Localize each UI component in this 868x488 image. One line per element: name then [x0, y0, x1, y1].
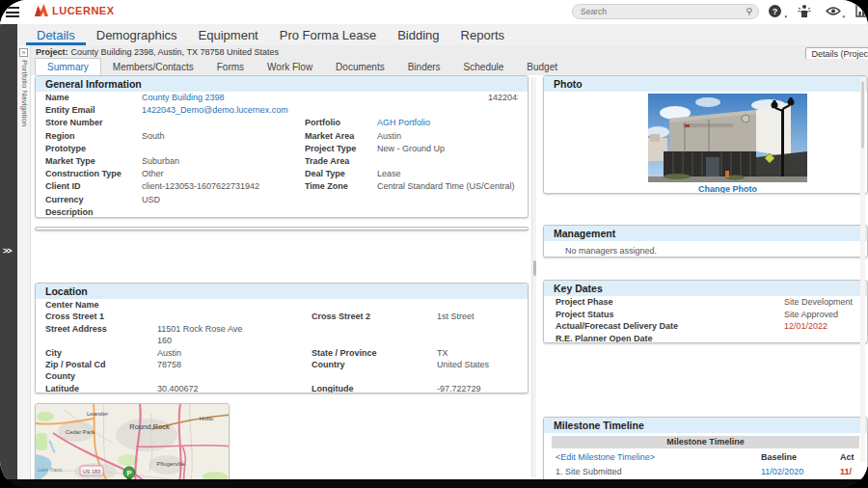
management-header: Management — [544, 226, 867, 241]
tab-demographics[interactable]: Demographics — [86, 26, 188, 45]
collapsed-sidebar-rail: >> — [0, 24, 17, 479]
subtab-summary[interactable]: Summary — [35, 58, 101, 75]
app-window: LUCERNEX ⚲ ? ▾ — [0, 0, 868, 479]
menu-icon[interactable] — [6, 7, 19, 17]
tab-details[interactable]: Details — [26, 26, 86, 45]
field-row: Cross Street 1 Cross Street 2 1st Street — [36, 311, 528, 322]
logo[interactable]: LUCERNEX — [35, 4, 115, 16]
field-row: Store Number Portfolio AGH Portfolio — [36, 117, 528, 129]
field-row: Project Phase Site Development — [544, 296, 867, 309]
milestone-baseline-date[interactable]: 11/02/2020 — [761, 465, 840, 479]
help-icon[interactable]: ? ▾ — [767, 3, 783, 19]
field-row: Name County Building 2398 1422043 — [36, 92, 528, 104]
field-row: Description — [36, 206, 528, 218]
tab-pro-forma-lease[interactable]: Pro Forma Lease — [269, 26, 387, 45]
field-row: Prototype Project Type New - Ground Up — [36, 143, 528, 155]
tab-bidding[interactable]: Bidding — [387, 26, 449, 45]
edit-milestone-timeline-link[interactable]: <Edit Milestone Timeline> — [556, 450, 761, 465]
tab-reports[interactable]: Reports — [450, 26, 516, 45]
building-photo — [648, 94, 807, 182]
left-column-scrollbar[interactable] — [531, 77, 536, 477]
subtab-work-flow[interactable]: Work Flow — [256, 59, 324, 75]
location-header: Location — [36, 284, 528, 299]
project-name-link[interactable]: County Building 2398 — [142, 92, 305, 104]
lucernex-logo-icon — [35, 4, 48, 16]
top-icons: ? ▾ ▾ — [767, 3, 868, 19]
field-row: Center Name — [36, 299, 528, 311]
subtab-forms[interactable]: Forms — [205, 59, 256, 75]
main-nav: Details Demographics Equipment Pro Forma… — [17, 24, 868, 45]
tab-equipment[interactable]: Equipment — [188, 26, 269, 45]
field-row: Region South Market Area Austin — [36, 130, 528, 143]
collapse-panel-icon[interactable]: » — [19, 48, 28, 57]
portfolio-link[interactable]: AGH Portfolio — [377, 117, 518, 129]
logo-text: LUCERNEX — [52, 5, 115, 16]
top-bar: LUCERNEX ⚲ ? ▾ — [0, 0, 868, 24]
subtab-binders[interactable]: Binders — [396, 59, 452, 75]
project-value: County Building 2398, Austin, TX 78758 U… — [71, 47, 279, 57]
project-number: 1422043 — [377, 92, 518, 104]
entity-email-link[interactable]: 1422043_Demo@demo.lucernex.com — [142, 104, 305, 117]
chart-icon[interactable] — [854, 3, 868, 19]
search-icon: ⚲ — [746, 8, 752, 16]
key-dates-card: Key Dates Project Phase Site Development… — [543, 280, 868, 343]
page-scrollbar[interactable] — [860, 77, 865, 463]
portfolio-navigation-rail[interactable]: » Portfolio Navigation — [17, 45, 31, 479]
portfolio-navigation-label: Portfolio Navigation — [20, 60, 29, 126]
expand-sidebar-button[interactable]: >> — [3, 246, 12, 256]
milestone-columns-row: <Edit Milestone Timeline> Baseline Act — [544, 450, 867, 465]
project-breadcrumb-bar: Project: County Building 2398, Austin, T… — [31, 45, 868, 59]
field-row: Client ID client-123053-1607622731942 Ti… — [36, 180, 528, 193]
subtab-budget[interactable]: Budget — [515, 59, 569, 75]
field-row: Entity Email 1422043_Demo@demo.lucernex.… — [36, 104, 528, 117]
key-dates-header: Key Dates — [544, 281, 867, 296]
view-eye-icon[interactable]: ▾ — [825, 3, 841, 19]
milestone-timeline-card: Milestone Timeline Milestone Timeline <E… — [543, 417, 868, 479]
management-empty-text: No managers assigned. — [544, 241, 867, 256]
field-row: 160 — [36, 335, 528, 346]
device-frame: LUCERNEX ⚲ ? ▾ — [0, 0, 868, 488]
delivery-date-value: 12/01/2022 — [784, 320, 855, 333]
project-label: Project: — [36, 47, 68, 57]
map-label-pflugerville: Pflugerville — [156, 461, 185, 467]
search-input[interactable] — [579, 6, 746, 17]
content-area: General Information Name County Building… — [31, 75, 868, 479]
management-card: Management No managers assigned. — [543, 225, 868, 258]
field-row: Street Address 11501 Rock Rose Ave — [36, 323, 528, 335]
field-row: Zip / Postal Cd 78758 Country United Sta… — [36, 359, 528, 370]
svg-text:P: P — [126, 469, 131, 477]
milestone-timeline-header: Milestone Timeline — [544, 418, 867, 433]
field-row: R.E. Planner Open Date — [544, 333, 867, 344]
sub-nav: Summary Members/Contacts Forms Work Flow… — [31, 59, 868, 75]
photo-card: Photo — [543, 75, 868, 194]
subtab-schedule[interactable]: Schedule — [452, 59, 516, 75]
field-row: Project Status Site Approved — [544, 309, 867, 321]
milestone-table-title: Milestone Timeline — [552, 436, 859, 448]
change-photo-link[interactable]: Change Photo — [648, 184, 807, 194]
general-information-card: General Information Name County Building… — [35, 75, 529, 218]
map-label-cedar-park: Cedar Park — [66, 429, 95, 435]
location-map[interactable]: US 183 Leander Cedar Park Round Rock Hut… — [35, 403, 230, 479]
milestone-row: 1. Site Submitted 11/02/2020 11/ — [544, 465, 867, 479]
subtab-documents[interactable]: Documents — [324, 59, 396, 75]
location-card: Location Center Name Cross Street 1 Cros… — [35, 283, 529, 393]
field-row: County — [36, 370, 528, 382]
svg-text:?: ? — [773, 7, 778, 16]
field-row: Currency USD — [36, 194, 528, 206]
map-label-hutto: Hutto — [200, 416, 214, 421]
search-box[interactable]: ⚲ — [572, 4, 759, 19]
subtab-members-contacts[interactable]: Members/Contacts — [101, 59, 205, 75]
photo-header: Photo — [544, 76, 867, 92]
map-highway-badge: US 183 — [83, 469, 100, 474]
collapsed-section-bar[interactable] — [35, 227, 529, 230]
field-row: Construction Type Other Deal Type Lease — [36, 168, 528, 180]
field-row: Market Type Suburban Trade Area — [36, 155, 528, 168]
field-row: Actual/Forecast Delivery Date 12/01/2022 — [544, 320, 867, 333]
general-information-header: General Information — [36, 76, 528, 92]
map-label-lake: Lake Travis — [38, 467, 63, 473]
presenter-icon[interactable] — [796, 3, 812, 19]
field-row: City Austin State / Province TX — [36, 347, 528, 359]
field-row: Latitude 30.400672 Longitude -97.722729 — [36, 383, 528, 393]
baseline-column-header: Baseline — [761, 450, 840, 465]
map-label-round-rock: Round Rock — [129, 422, 170, 431]
